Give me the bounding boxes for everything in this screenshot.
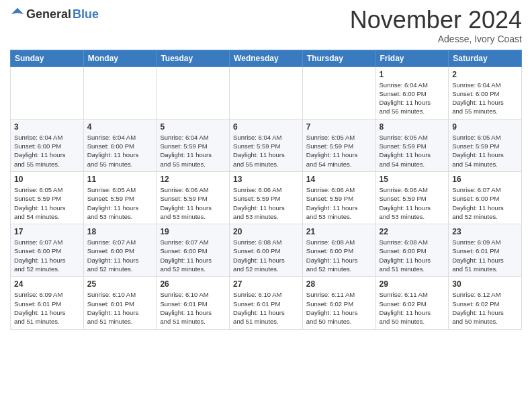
day-number: 22 xyxy=(380,227,445,236)
calendar-week-row: 17Sunrise: 6:07 AM Sunset: 6:00 PM Dayli… xyxy=(11,224,522,277)
calendar-cell: 27Sunrise: 6:10 AM Sunset: 6:01 PM Dayli… xyxy=(230,277,303,329)
day-info: Sunrise: 6:07 AM Sunset: 6:00 PM Dayligh… xyxy=(14,238,80,273)
day-info: Sunrise: 6:10 AM Sunset: 6:01 PM Dayligh… xyxy=(87,290,153,326)
day-info: Sunrise: 6:12 AM Sunset: 6:02 PM Dayligh… xyxy=(452,290,518,326)
calendar-cell xyxy=(83,66,157,119)
day-number: 4 xyxy=(87,122,153,132)
calendar-cell: 13Sunrise: 6:06 AM Sunset: 5:59 PM Dayli… xyxy=(230,171,303,224)
day-info: Sunrise: 6:04 AM Sunset: 5:59 PM Dayligh… xyxy=(160,133,226,169)
calendar-cell: 19Sunrise: 6:07 AM Sunset: 6:00 PM Dayli… xyxy=(157,224,230,277)
day-info: Sunrise: 6:05 AM Sunset: 5:59 PM Dayligh… xyxy=(87,185,153,221)
day-info: Sunrise: 6:04 AM Sunset: 6:00 PM Dayligh… xyxy=(380,81,445,116)
day-info: Sunrise: 6:07 AM Sunset: 6:00 PM Dayligh… xyxy=(452,185,518,221)
calendar-cell: 11Sunrise: 6:05 AM Sunset: 5:59 PM Dayli… xyxy=(83,171,157,224)
calendar-cell: 15Sunrise: 6:06 AM Sunset: 5:59 PM Dayli… xyxy=(375,171,449,224)
day-number: 10 xyxy=(14,175,80,184)
calendar-cell xyxy=(157,66,230,119)
calendar-week-row: 24Sunrise: 6:09 AM Sunset: 6:01 PM Dayli… xyxy=(11,277,522,329)
calendar-cell: 22Sunrise: 6:08 AM Sunset: 6:00 PM Dayli… xyxy=(375,224,449,277)
weekday-header-sunday: Sunday xyxy=(11,50,84,66)
logo-blue-text: Blue xyxy=(73,7,99,21)
weekday-header-thursday: Thursday xyxy=(302,50,375,66)
day-number: 26 xyxy=(160,279,226,289)
day-number: 27 xyxy=(233,279,299,289)
day-info: Sunrise: 6:08 AM Sunset: 6:00 PM Dayligh… xyxy=(380,238,445,273)
calendar-cell: 17Sunrise: 6:07 AM Sunset: 6:00 PM Dayli… xyxy=(11,224,84,277)
day-number: 1 xyxy=(380,70,445,79)
day-info: Sunrise: 6:05 AM Sunset: 5:59 PM Dayligh… xyxy=(452,133,518,169)
day-number: 18 xyxy=(87,227,153,236)
calendar-cell xyxy=(302,66,375,119)
day-info: Sunrise: 6:11 AM Sunset: 6:02 PM Dayligh… xyxy=(380,290,445,326)
calendar-cell: 5Sunrise: 6:04 AM Sunset: 5:59 PM Daylig… xyxy=(157,119,230,171)
day-info: Sunrise: 6:10 AM Sunset: 6:01 PM Dayligh… xyxy=(160,290,226,326)
calendar-cell: 1Sunrise: 6:04 AM Sunset: 6:00 PM Daylig… xyxy=(375,66,449,119)
weekday-header-row: SundayMondayTuesdayWednesdayThursdayFrid… xyxy=(11,50,522,66)
day-number: 21 xyxy=(306,227,372,236)
weekday-header-tuesday: Tuesday xyxy=(157,50,230,66)
calendar-cell xyxy=(11,66,84,119)
day-info: Sunrise: 6:06 AM Sunset: 5:59 PM Dayligh… xyxy=(380,185,445,221)
calendar-cell: 23Sunrise: 6:09 AM Sunset: 6:01 PM Dayli… xyxy=(449,224,522,277)
day-info: Sunrise: 6:04 AM Sunset: 5:59 PM Dayligh… xyxy=(233,133,299,169)
calendar-cell: 29Sunrise: 6:11 AM Sunset: 6:02 PM Dayli… xyxy=(375,277,449,329)
calendar-cell: 24Sunrise: 6:09 AM Sunset: 6:01 PM Dayli… xyxy=(11,277,84,329)
day-number: 25 xyxy=(87,279,153,289)
day-number: 13 xyxy=(233,175,299,184)
header: GeneralBlue November 2024 Adesse, Ivory … xyxy=(10,7,522,44)
svg-marker-0 xyxy=(11,8,24,14)
day-number: 19 xyxy=(160,227,226,236)
calendar-cell: 2Sunrise: 6:04 AM Sunset: 6:00 PM Daylig… xyxy=(449,66,522,119)
day-number: 14 xyxy=(306,175,372,184)
day-info: Sunrise: 6:04 AM Sunset: 6:00 PM Dayligh… xyxy=(14,133,80,169)
day-info: Sunrise: 6:05 AM Sunset: 5:59 PM Dayligh… xyxy=(380,133,445,169)
day-number: 12 xyxy=(160,175,226,184)
logo-icon xyxy=(10,7,25,21)
calendar-cell: 18Sunrise: 6:07 AM Sunset: 6:00 PM Dayli… xyxy=(83,224,157,277)
day-info: Sunrise: 6:11 AM Sunset: 6:02 PM Dayligh… xyxy=(306,290,372,326)
day-number: 3 xyxy=(14,122,80,132)
weekday-header-saturday: Saturday xyxy=(449,50,522,66)
calendar-cell: 3Sunrise: 6:04 AM Sunset: 6:00 PM Daylig… xyxy=(11,119,84,171)
calendar-cell: 28Sunrise: 6:11 AM Sunset: 6:02 PM Dayli… xyxy=(302,277,375,329)
day-info: Sunrise: 6:07 AM Sunset: 6:00 PM Dayligh… xyxy=(87,238,153,273)
calendar-cell: 30Sunrise: 6:12 AM Sunset: 6:02 PM Dayli… xyxy=(449,277,522,329)
day-info: Sunrise: 6:08 AM Sunset: 6:00 PM Dayligh… xyxy=(306,238,372,273)
calendar-week-row: 3Sunrise: 6:04 AM Sunset: 6:00 PM Daylig… xyxy=(11,119,522,171)
day-info: Sunrise: 6:07 AM Sunset: 6:00 PM Dayligh… xyxy=(160,238,226,273)
calendar-cell xyxy=(230,66,303,119)
day-number: 8 xyxy=(380,122,445,132)
calendar-cell: 4Sunrise: 6:04 AM Sunset: 6:00 PM Daylig… xyxy=(83,119,157,171)
day-number: 20 xyxy=(233,227,299,236)
day-info: Sunrise: 6:06 AM Sunset: 5:59 PM Dayligh… xyxy=(233,185,299,221)
calendar-cell: 6Sunrise: 6:04 AM Sunset: 5:59 PM Daylig… xyxy=(230,119,303,171)
day-number: 29 xyxy=(380,279,445,289)
day-number: 17 xyxy=(14,227,80,236)
calendar-cell: 25Sunrise: 6:10 AM Sunset: 6:01 PM Dayli… xyxy=(83,277,157,329)
calendar-cell: 26Sunrise: 6:10 AM Sunset: 6:01 PM Dayli… xyxy=(157,277,230,329)
day-number: 30 xyxy=(452,279,518,289)
weekday-header-friday: Friday xyxy=(375,50,449,66)
calendar-cell: 12Sunrise: 6:06 AM Sunset: 5:59 PM Dayli… xyxy=(157,171,230,224)
day-info: Sunrise: 6:06 AM Sunset: 5:59 PM Dayligh… xyxy=(160,185,226,221)
day-info: Sunrise: 6:04 AM Sunset: 6:00 PM Dayligh… xyxy=(452,81,518,116)
day-number: 15 xyxy=(380,175,445,184)
logo: GeneralBlue xyxy=(10,7,99,21)
weekday-header-wednesday: Wednesday xyxy=(230,50,303,66)
day-number: 23 xyxy=(452,227,518,236)
calendar-cell: 9Sunrise: 6:05 AM Sunset: 5:59 PM Daylig… xyxy=(449,119,522,171)
day-info: Sunrise: 6:04 AM Sunset: 6:00 PM Dayligh… xyxy=(87,133,153,169)
calendar-cell: 20Sunrise: 6:08 AM Sunset: 6:00 PM Dayli… xyxy=(230,224,303,277)
day-number: 2 xyxy=(452,70,518,79)
day-info: Sunrise: 6:08 AM Sunset: 6:00 PM Dayligh… xyxy=(233,238,299,273)
day-number: 11 xyxy=(87,175,153,184)
calendar-week-row: 1Sunrise: 6:04 AM Sunset: 6:00 PM Daylig… xyxy=(11,66,522,119)
day-info: Sunrise: 6:09 AM Sunset: 6:01 PM Dayligh… xyxy=(452,238,518,273)
day-info: Sunrise: 6:05 AM Sunset: 5:59 PM Dayligh… xyxy=(14,185,80,221)
day-info: Sunrise: 6:10 AM Sunset: 6:01 PM Dayligh… xyxy=(233,290,299,326)
calendar-cell: 21Sunrise: 6:08 AM Sunset: 6:00 PM Dayli… xyxy=(302,224,375,277)
location: Adesse, Ivory Coast xyxy=(350,34,522,44)
calendar-table: SundayMondayTuesdayWednesdayThursdayFrid… xyxy=(10,50,522,330)
day-info: Sunrise: 6:09 AM Sunset: 6:01 PM Dayligh… xyxy=(14,290,80,326)
day-info: Sunrise: 6:05 AM Sunset: 5:59 PM Dayligh… xyxy=(306,133,372,169)
